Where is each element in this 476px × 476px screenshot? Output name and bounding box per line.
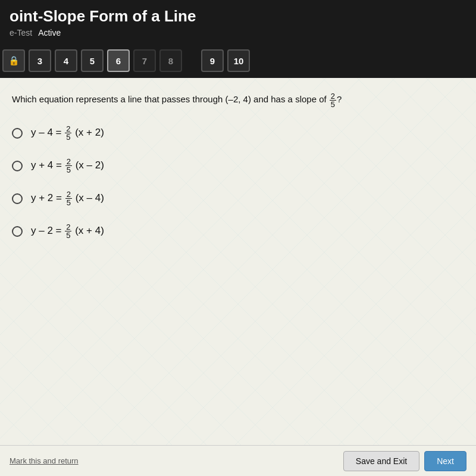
radio-c[interactable] — [12, 193, 23, 204]
nav-btn-4[interactable]: 4 — [55, 49, 77, 72]
mark-return-link[interactable]: Mark this and return — [10, 456, 79, 465]
formula-b: y + 4 = 2 5 (x – 2) — [31, 158, 104, 174]
nav-btn-9[interactable]: 9 — [201, 49, 224, 72]
nav-btn-5[interactable]: 5 — [81, 49, 104, 72]
fraction-d: 2 5 — [65, 223, 71, 239]
formula-a: y – 4 = 2 5 (x + 2) — [31, 125, 104, 141]
nav-btn-6[interactable]: 6 — [107, 49, 130, 72]
main-content: Which equation represents a line that pa… — [0, 78, 476, 445]
nav-btn-10[interactable]: 10 — [227, 49, 250, 72]
nav-btn-lock[interactable]: 🔒 — [2, 49, 25, 72]
top-header: oint-Slope Form of a Line e-Test Active — [0, 0, 476, 46]
formula-c: y + 2 = 2 5 (x – 4) — [31, 190, 104, 206]
nav-btn-8[interactable]: 8 — [159, 49, 182, 72]
nav-btn-7[interactable]: 7 — [133, 49, 156, 72]
active-badge: Active — [38, 28, 61, 37]
subtitle-row: e-Test Active — [10, 28, 466, 37]
radio-d[interactable] — [12, 226, 23, 237]
option-a: y – 4 = 2 5 (x + 2) — [12, 125, 464, 141]
next-button[interactable]: Next — [424, 451, 466, 471]
fraction-b: 2 5 — [65, 158, 72, 174]
fraction-c: 2 5 — [65, 190, 72, 206]
fraction-a: 2 5 — [65, 125, 71, 141]
options-list: y – 4 = 2 5 (x + 2) y + 4 = 2 5 — [12, 125, 464, 239]
bottom-bar: Mark this and return Save and Exit Next — [0, 445, 476, 476]
subtitle-label: e-Test — [10, 28, 32, 37]
radio-b[interactable] — [12, 161, 23, 171]
slope-fraction: 2 5 — [330, 92, 336, 108]
screen: oint-Slope Form of a Line e-Test Active … — [0, 0, 476, 476]
question-text: Which equation represents a line that pa… — [12, 92, 464, 108]
option-b: y + 4 = 2 5 (x – 2) — [12, 158, 464, 174]
page-title: oint-Slope Form of a Line — [10, 7, 466, 26]
formula-d: y – 2 = 2 5 (x + 4) — [31, 223, 104, 239]
radio-a[interactable] — [12, 128, 23, 139]
bottom-buttons: Save and Exit Next — [343, 451, 466, 471]
nav-row: 🔒 3 4 5 6 7 8 9 10 — [0, 46, 476, 78]
nav-btn-3[interactable]: 3 — [29, 49, 51, 72]
option-c: y + 2 = 2 5 (x – 4) — [12, 190, 464, 206]
option-d: y – 2 = 2 5 (x + 4) — [12, 223, 464, 239]
save-exit-button[interactable]: Save and Exit — [343, 451, 419, 471]
